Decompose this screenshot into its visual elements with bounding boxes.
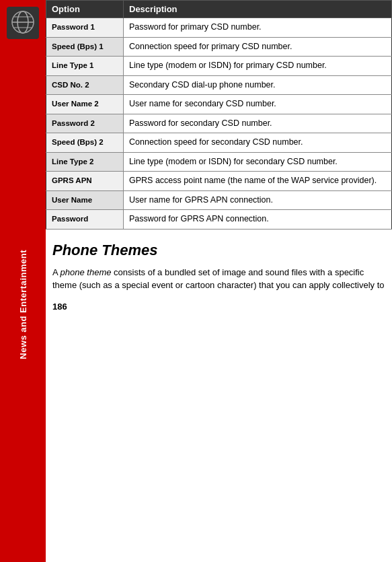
table-row: Speed (Bps) 1Connection speed for primar… — [46, 37, 392, 57]
cell-description: Secondary CSD dial-up phone number. — [124, 75, 392, 95]
cell-description: Connection speed for primary CSD number. — [124, 37, 392, 57]
sidebar-label-container: News and Entertainment — [18, 47, 28, 562]
phone-themes-body: A phone theme consists of a bundled set … — [52, 266, 385, 292]
header-description: Description — [124, 1, 392, 18]
globe-icon — [11, 10, 35, 36]
table-row: User NameUser name for GPRS APN connecti… — [46, 190, 392, 210]
cell-option: Password 2 — [46, 114, 124, 133]
cell-option: Speed (Bps) 1 — [46, 37, 124, 57]
cell-description: GPRS access point name (the name of the … — [124, 172, 392, 191]
cell-option: Password 1 — [46, 18, 124, 38]
cell-option: CSD No. 2 — [46, 75, 124, 95]
phone-themes-heading: Phone Themes — [52, 242, 385, 259]
table-row: PasswordPassword for GPRS APN connection… — [46, 210, 392, 230]
cell-option: GPRS APN — [46, 172, 124, 191]
header-option: Option — [46, 1, 124, 18]
sidebar: News and Entertainment — [0, 0, 46, 562]
table-row: User Name 2User name for secondary CSD n… — [46, 95, 392, 114]
page-number-area: 186 — [46, 299, 392, 316]
body-prefix: A — [52, 267, 61, 277]
body-italic: phone theme — [61, 267, 112, 277]
cell-option: User Name — [46, 190, 124, 210]
table-row: Password 1Password for primary CSD numbe… — [46, 18, 392, 38]
cell-description: Password for secondary CSD number. — [124, 114, 392, 133]
cell-option: Speed (Bps) 2 — [46, 133, 124, 153]
cell-description: Password for primary CSD number. — [124, 18, 392, 38]
table-row: CSD No. 2Secondary CSD dial-up phone num… — [46, 75, 392, 95]
cell-option: Password — [46, 210, 124, 230]
cell-description: User name for GPRS APN connection. — [124, 190, 392, 210]
bottom-section: Phone Themes A phone theme consists of a… — [46, 230, 392, 299]
table-header-row: Option Description — [46, 1, 392, 18]
options-table: Option Description Password 1Password fo… — [46, 0, 392, 230]
sidebar-label: News and Entertainment — [18, 250, 28, 359]
cell-description: Line type (modem or ISDN) for primary CS… — [124, 57, 392, 76]
cell-description: Connection speed for secondary CSD numbe… — [124, 133, 392, 153]
phone-themes-heading-italic: Phone Themes — [52, 242, 157, 258]
cell-option: User Name 2 — [46, 95, 124, 114]
cell-description: User name for secondary CSD number. — [124, 95, 392, 114]
cell-option: Line Type 1 — [46, 57, 124, 76]
cell-description: Password for GPRS APN connection. — [124, 210, 392, 230]
table-container: Option Description Password 1Password fo… — [46, 0, 392, 230]
table-row: Password 2Password for secondary CSD num… — [46, 114, 392, 133]
table-row: Speed (Bps) 2Connection speed for second… — [46, 133, 392, 153]
main-content: Option Description Password 1Password fo… — [46, 0, 392, 562]
cell-description: Line type (modem or ISDN) for secondary … — [124, 152, 392, 172]
cell-option: Line Type 2 — [46, 152, 124, 172]
table-row: Line Type 1Line type (modem or ISDN) for… — [46, 57, 392, 76]
page-number: 186 — [52, 302, 67, 312]
sidebar-icon-box — [7, 7, 39, 39]
table-row: Line Type 2Line type (modem or ISDN) for… — [46, 152, 392, 172]
table-row: GPRS APNGPRS access point name (the name… — [46, 172, 392, 191]
